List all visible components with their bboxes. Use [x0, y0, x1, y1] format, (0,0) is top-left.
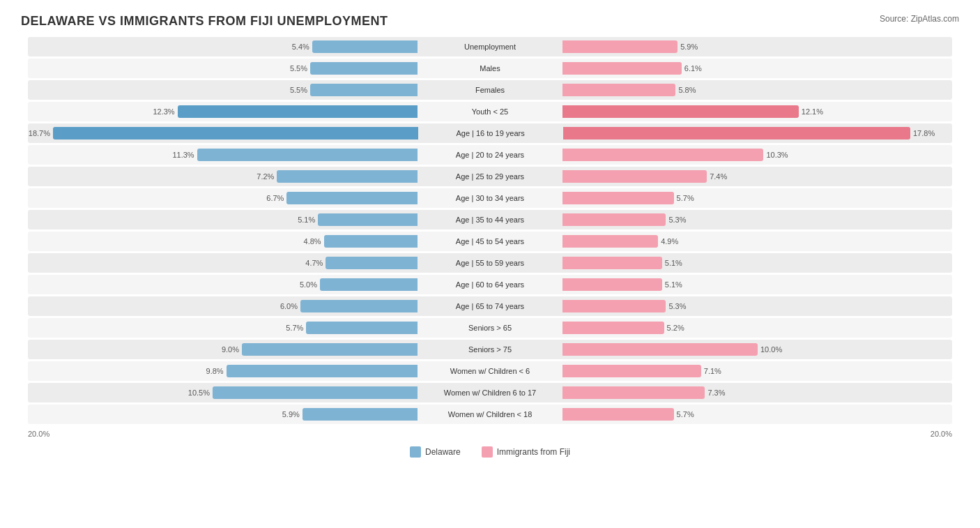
bar-fiji [562, 170, 707, 183]
right-side: 17.8% [560, 127, 952, 139]
chart-row: 5.4% Unemployment 5.9% [28, 37, 952, 56]
right-value: 5.1% [665, 280, 687, 289]
bar-delaware [53, 127, 418, 139]
chart-row: 6.7% Age | 30 to 34 years 5.7% [28, 188, 952, 208]
chart-row: 5.1% Age | 35 to 44 years 5.3% [28, 210, 952, 229]
left-value: 5.9% [277, 410, 300, 418]
chart-container: 5.4% Unemployment 5.9% 5.5% Males 6.1% 5… [21, 37, 959, 458]
right-side: 5.9% [560, 40, 952, 53]
left-side: 5.5% [28, 62, 420, 75]
right-value: 5.8% [678, 86, 700, 94]
right-side: 5.7% [560, 192, 952, 204]
bar-fiji [562, 149, 763, 161]
bar-delaware [310, 62, 418, 75]
bar-delaware [227, 365, 418, 377]
right-side: 5.1% [560, 278, 952, 291]
left-side: 5.5% [28, 84, 420, 96]
x-axis-left: 20.0% [28, 430, 49, 438]
chart-row: 7.2% Age | 25 to 29 years 7.4% [28, 167, 952, 186]
row-label: Women w/ Children 6 to 17 [420, 389, 560, 397]
row-label: Age | 16 to 19 years [421, 129, 560, 137]
bar-delaware [242, 343, 418, 356]
left-value: 10.5% [187, 389, 210, 397]
row-label: Age | 65 to 74 years [420, 302, 560, 310]
left-value: 5.1% [293, 216, 315, 224]
chart-row: 9.8% Women w/ Children < 6 7.1% [28, 361, 952, 381]
left-value: 5.4% [287, 43, 309, 51]
bar-delaware [326, 257, 418, 269]
left-side: 6.0% [28, 300, 420, 312]
bar-delaware [320, 278, 418, 291]
bar-fiji [562, 408, 674, 421]
row-label: Age | 45 to 54 years [420, 237, 560, 246]
left-value: 9.8% [201, 367, 224, 375]
bar-fiji [563, 127, 910, 139]
legend-delaware: Delaware [410, 446, 461, 458]
left-value: 5.7% [281, 324, 303, 332]
row-label: Age | 60 to 64 years [420, 280, 560, 289]
right-side: 5.7% [560, 408, 952, 421]
legend-box-fiji [482, 446, 493, 458]
right-side: 10.0% [560, 343, 952, 356]
left-side: 11.3% [28, 149, 420, 161]
bar-fiji [562, 213, 666, 226]
row-label: Age | 20 to 24 years [420, 151, 560, 159]
right-value: 7.1% [704, 367, 726, 375]
chart-row: 5.5% Males 6.1% [28, 59, 952, 78]
row-label: Females [420, 86, 560, 94]
row-label: Age | 35 to 44 years [420, 216, 560, 224]
right-side: 5.3% [560, 300, 952, 312]
bar-delaware [324, 235, 418, 248]
right-side: 6.1% [560, 62, 952, 75]
left-side: 18.7% [28, 127, 421, 139]
left-side: 4.7% [28, 257, 420, 269]
row-label: Age | 25 to 29 years [420, 172, 560, 181]
bars-container: 5.4% Unemployment 5.9% 5.5% Males 6.1% 5… [28, 37, 952, 424]
bar-fiji [562, 365, 701, 377]
bar-delaware [310, 84, 418, 96]
left-value: 11.3% [172, 151, 194, 159]
bar-fiji [562, 278, 662, 291]
chart-row: 18.7% Age | 16 to 19 years 17.8% [28, 123, 952, 143]
left-value: 5.5% [285, 86, 307, 94]
legend-label-fiji: Immigrants from Fiji [497, 447, 570, 457]
row-label: Women w/ Children < 6 [420, 367, 560, 375]
bar-fiji [562, 343, 758, 356]
x-axis-right: 20.0% [931, 430, 952, 438]
bar-delaware [312, 40, 418, 53]
chart-row: 9.0% Seniors > 75 10.0% [28, 340, 952, 359]
bar-fiji [562, 386, 705, 399]
chart-row: 5.7% Seniors > 65 5.2% [28, 318, 952, 338]
bar-delaware [318, 213, 418, 226]
right-value: 4.9% [661, 237, 683, 246]
bar-delaware [306, 322, 418, 334]
bar-fiji [562, 235, 658, 248]
row-label: Youth < 25 [420, 107, 560, 116]
right-side: 5.8% [560, 84, 952, 96]
bar-delaware [286, 192, 418, 204]
left-value: 6.0% [275, 302, 298, 310]
left-side: 12.3% [28, 105, 420, 118]
row-label: Unemployment [420, 43, 560, 51]
right-side: 7.1% [560, 365, 952, 377]
chart-row: 12.3% Youth < 25 12.1% [28, 102, 952, 121]
right-value: 5.3% [668, 216, 691, 224]
right-side: 5.1% [560, 257, 952, 269]
left-side: 6.7% [28, 192, 420, 204]
right-value: 17.8% [913, 129, 935, 137]
left-value: 4.7% [300, 259, 323, 267]
left-side: 9.8% [28, 365, 420, 377]
right-value: 5.9% [680, 43, 703, 51]
bar-fiji [562, 40, 677, 53]
left-side: 7.2% [28, 170, 420, 183]
left-value: 18.7% [28, 129, 50, 137]
right-value: 7.3% [707, 389, 730, 397]
bar-delaware [197, 149, 418, 161]
bar-fiji [562, 322, 664, 334]
left-side: 5.9% [28, 408, 420, 421]
chart-row: 5.9% Women w/ Children < 18 5.7% [28, 405, 952, 424]
bar-delaware [213, 386, 418, 399]
chart-row: 10.5% Women w/ Children 6 to 17 7.3% [28, 383, 952, 402]
right-value: 5.2% [667, 324, 689, 332]
left-value: 5.5% [285, 64, 307, 73]
